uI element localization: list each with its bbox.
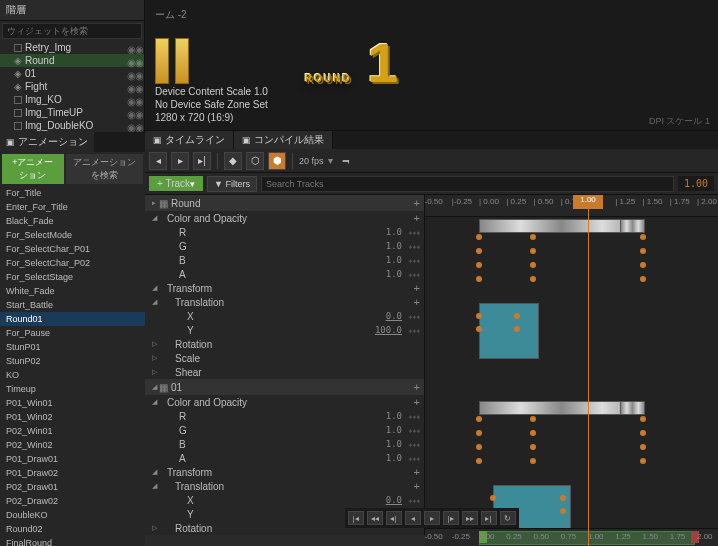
play-icon[interactable]: ▸ (171, 152, 189, 170)
add-animation-button[interactable]: +アニメーション (2, 154, 64, 184)
anim-item[interactable]: For_Title (0, 186, 145, 200)
keyframe-icon[interactable] (530, 276, 536, 282)
tree-item[interactable]: Retry_Img◉◉ (0, 41, 144, 54)
anim-item[interactable]: Black_Fade (0, 214, 145, 228)
tree-item[interactable]: ◈Fight◉◉ (0, 80, 144, 93)
track-row[interactable]: ▷Scale (145, 351, 424, 365)
keyframe-icon[interactable] (640, 276, 646, 282)
prev-key-icon[interactable]: ◂ (149, 152, 167, 170)
keyframe-icon[interactable] (476, 444, 482, 450)
track-row[interactable]: ◢▦01+ (145, 379, 424, 395)
keyframe-icon[interactable] (476, 262, 482, 268)
anim-item[interactable]: StunP02 (0, 354, 145, 368)
snap-icon[interactable]: ⫬ (337, 152, 355, 170)
track-row[interactable]: X0.0⬧⬧⬧ (145, 309, 424, 323)
track-row[interactable]: B1.0⬧⬧⬧ (145, 437, 424, 451)
track-row[interactable]: ◢Transform+ (145, 465, 424, 479)
clip[interactable] (479, 303, 539, 359)
track-row[interactable]: ▷Rotation (145, 337, 424, 351)
anim-item[interactable]: P02_Win02 (0, 438, 145, 452)
track-row[interactable]: ◢Color and Opacity+ (145, 211, 424, 225)
search-animation-button[interactable]: アニメーションを検索 (66, 154, 143, 184)
track-row[interactable]: ▷Shear (145, 365, 424, 379)
anim-item[interactable]: FinalRound (0, 536, 145, 546)
keyframe-icon[interactable] (530, 430, 536, 436)
loop-icon[interactable]: ↻ (500, 511, 516, 525)
keyframe-icon[interactable] (640, 444, 646, 450)
play-icon[interactable]: ▸ (424, 511, 440, 525)
keyframe-icon[interactable] (640, 248, 646, 254)
step-back-icon[interactable]: ◂◂ (367, 511, 383, 525)
prev-frame-icon[interactable]: ◂| (386, 511, 402, 525)
anim-tab[interactable]: ▣ アニメーション (0, 132, 94, 152)
track-row[interactable]: A1.0⬧⬧⬧ (145, 267, 424, 281)
timeline-tab[interactable]: ▣ タイムライン (145, 131, 234, 149)
track-row[interactable]: X0.0⬧⬧⬧ (145, 493, 424, 507)
filters-button[interactable]: ▼ Filters (207, 176, 257, 192)
anim-item[interactable]: StunP01 (0, 340, 145, 354)
keyframe-icon[interactable] (476, 458, 482, 464)
clip[interactable] (620, 219, 645, 233)
curve-icon[interactable]: ⬡ (246, 152, 264, 170)
bottom-ruler[interactable]: -0.50-0.250.000.250.500.751.001.251.501.… (425, 528, 718, 546)
anim-item[interactable]: White_Fade (0, 284, 145, 298)
keyframe-icon[interactable] (530, 262, 536, 268)
anim-item[interactable]: P02_Draw01 (0, 480, 145, 494)
track-row[interactable]: ◢Translation+ (145, 295, 424, 309)
anim-item[interactable]: Enter_For_Title (0, 200, 145, 214)
compile-tab[interactable]: ▣ コンパイル結果 (234, 131, 333, 149)
track-row[interactable]: ◢Color and Opacity+ (145, 395, 424, 409)
track-row[interactable]: Y100.0⬧⬧⬧ (145, 323, 424, 337)
track-row[interactable]: ◢Translation+ (145, 479, 424, 493)
time-display[interactable]: 1.00 (678, 176, 714, 191)
keyframe-icon[interactable] (476, 313, 482, 319)
track-row[interactable]: G1.0⬧⬧⬧ (145, 239, 424, 253)
track-row[interactable]: G1.0⬧⬧⬧ (145, 423, 424, 437)
timeline-ruler[interactable]: -0.50|-0.25| 0.00| 0.25| 0.50| 0.75| 1.2… (425, 195, 718, 217)
keyframe-icon[interactable] (530, 248, 536, 254)
keyframe-icon[interactable] (476, 326, 482, 332)
tree-item[interactable]: ◈01◉◉ (0, 67, 144, 80)
anim-item[interactable]: Timeup (0, 382, 145, 396)
anim-item[interactable]: For_SelectChar_P02 (0, 256, 145, 270)
anim-item[interactable]: P01_Draw01 (0, 452, 145, 466)
keyframe-icon[interactable] (476, 430, 482, 436)
keyframe-icon[interactable] (560, 495, 566, 501)
anim-item[interactable]: Round02 (0, 522, 145, 536)
track-row[interactable]: B1.0⬧⬧⬧ (145, 253, 424, 267)
keyframe-icon[interactable]: ◆ (224, 152, 242, 170)
keyframe-icon[interactable] (476, 276, 482, 282)
step-fwd-icon[interactable]: ▸▸ (462, 511, 478, 525)
anim-item[interactable]: P02_Win01 (0, 424, 145, 438)
keyframe-icon[interactable] (476, 234, 482, 240)
tree-item[interactable]: ◈Round◉◉ (0, 54, 144, 67)
add-track-button[interactable]: + Track▾ (149, 176, 203, 191)
keyframe-icon[interactable] (490, 495, 496, 501)
goto-start-icon[interactable]: |◂ (348, 511, 364, 525)
keyframe-icon[interactable] (476, 416, 482, 422)
keyframe-icon[interactable] (640, 262, 646, 268)
anim-item[interactable]: P01_Draw02 (0, 466, 145, 480)
track-row[interactable]: ▸▦Round+ (145, 195, 424, 211)
keyframe-icon[interactable] (514, 313, 520, 319)
anim-item[interactable]: Round01 (0, 312, 145, 326)
fps-display[interactable]: 20 fps (299, 156, 324, 166)
tree-item[interactable]: Img_KO◉◉ (0, 93, 144, 106)
tree-item[interactable]: Img_DoubleKO◉◉ (0, 119, 144, 132)
hierarchy-search[interactable] (2, 23, 142, 39)
anim-item[interactable]: For_SelectMode (0, 228, 145, 242)
anim-item[interactable]: For_SelectChar_P01 (0, 242, 145, 256)
keyframe-icon[interactable] (640, 234, 646, 240)
tree-item[interactable]: Img_TimeUP◉◉ (0, 106, 144, 119)
anim-item[interactable]: For_Pause (0, 326, 145, 340)
anim-item[interactable]: P01_Win01 (0, 396, 145, 410)
track-row[interactable]: R1.0⬧⬧⬧ (145, 225, 424, 239)
keyframe-icon[interactable] (476, 248, 482, 254)
track-row[interactable]: ◢Transform+ (145, 281, 424, 295)
keyframe-icon[interactable] (640, 430, 646, 436)
keyframe-icon[interactable] (530, 444, 536, 450)
anim-item[interactable]: P01_Win02 (0, 410, 145, 424)
dropdown-icon[interactable]: ▾ (328, 155, 333, 166)
keyframe-icon[interactable] (560, 508, 566, 514)
playhead[interactable]: 1.00 (588, 195, 589, 535)
